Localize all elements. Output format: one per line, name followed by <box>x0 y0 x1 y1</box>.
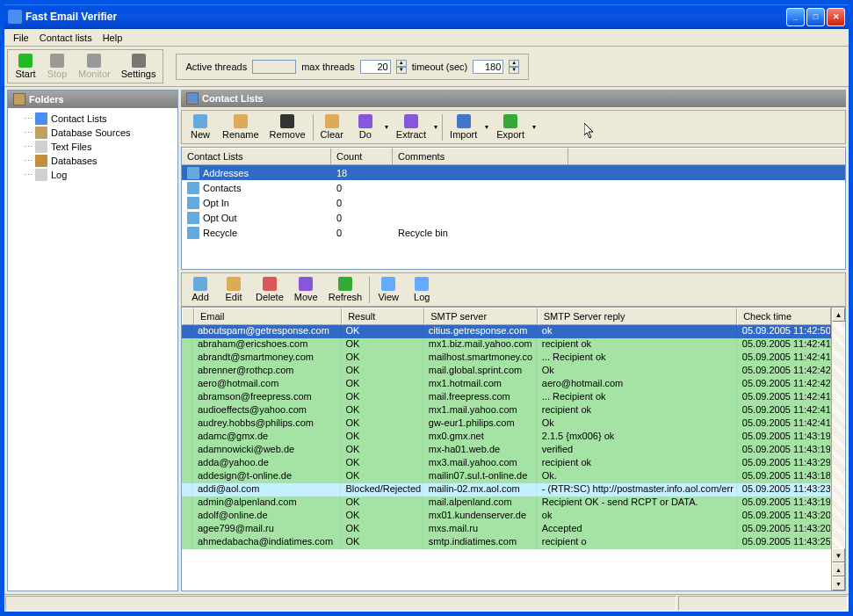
move-button[interactable]: Move <box>289 275 323 304</box>
import-dropdown[interactable]: ▾ <box>482 123 491 131</box>
grid-row[interactable]: addesign@t-online.deOKmailin07.sul.t-onl… <box>182 470 831 483</box>
grid-row[interactable]: adamnowicki@web.deOKmx-ha01.web.de verif… <box>182 444 831 457</box>
settings-button[interactable]: Settings <box>116 52 162 81</box>
scroll-top-button[interactable]: ▲ <box>832 562 845 576</box>
svg-rect-19 <box>187 197 199 209</box>
refresh-icon <box>338 277 352 291</box>
grid-row[interactable]: adda@yahoo.deOKmx3.mail.yahoo.comrecipie… <box>182 457 831 470</box>
minimize-button[interactable]: _ <box>786 8 805 26</box>
list-row[interactable]: Contacts0 <box>182 180 845 195</box>
gcol-smtp-server[interactable]: SMTP server <box>424 308 538 325</box>
grid-row[interactable]: abrandt@smartmoney.comOKmailhost.smartmo… <box>182 351 831 365</box>
grid-row[interactable]: abraham@ericshoes.comOKmx1.biz.mail.yaho… <box>182 338 831 351</box>
refresh-button[interactable]: Refresh <box>323 275 368 304</box>
grid-row[interactable]: abrenner@rothcp.comOKmail.global.sprint.… <box>182 365 831 378</box>
col-comments[interactable]: Comments <box>393 149 568 164</box>
monitor-icon <box>87 54 101 68</box>
folders-tree[interactable]: ⋯Contact Lists⋯Database Sources⋯Text Fil… <box>8 108 177 591</box>
svg-rect-22 <box>193 277 207 291</box>
view-button[interactable]: View <box>372 275 405 304</box>
app-icon <box>8 10 22 24</box>
timeout-up[interactable]: ▲ <box>509 60 519 67</box>
timeout-input[interactable] <box>473 60 503 74</box>
timeout-label: timeout (sec) <box>412 62 468 72</box>
svg-rect-15 <box>457 114 471 128</box>
close-button[interactable]: ✕ <box>827 8 845 26</box>
gcol-smtp-server-reply[interactable]: SMTP Server reply <box>538 308 737 325</box>
grid-row[interactable]: audrey.hobbs@philips.comOKgw-eur1.philip… <box>182 417 831 431</box>
export-button[interactable]: Export <box>491 112 530 141</box>
extract-dropdown[interactable]: ▾ <box>431 123 440 131</box>
start-button[interactable]: Start <box>10 52 41 81</box>
scroll-bottom-button[interactable]: ▼ <box>832 576 845 591</box>
folder-icon <box>13 93 25 105</box>
svg-rect-27 <box>381 277 395 291</box>
gcol-result[interactable]: Result <box>342 308 424 325</box>
max-threads-down[interactable]: ▼ <box>396 67 407 74</box>
list-row[interactable]: Opt Out0 <box>182 210 845 225</box>
svg-rect-4 <box>35 112 47 125</box>
export-dropdown[interactable]: ▾ <box>530 123 539 131</box>
gcol-email[interactable]: Email <box>194 308 342 325</box>
vertical-scrollbar[interactable]: ▲ ▼ ▲ ▼ <box>831 308 845 591</box>
contact-lists-icon <box>35 112 47 125</box>
grid-row[interactable]: aboutspam@getresponse.comOKcitius.getres… <box>182 325 831 338</box>
svg-rect-9 <box>193 114 207 128</box>
max-threads-input[interactable] <box>360 60 391 74</box>
scroll-up-button[interactable]: ▲ <box>832 308 845 322</box>
scroll-track[interactable] <box>832 322 845 548</box>
clear-button[interactable]: Clear <box>315 112 349 141</box>
edit-button[interactable]: Edit <box>217 275 250 304</box>
active-threads-label: Active threads <box>185 62 247 72</box>
extract-button[interactable]: Extract <box>391 112 431 141</box>
remove-button[interactable]: Remove <box>264 112 311 141</box>
svg-rect-5 <box>35 127 47 139</box>
delete-button[interactable]: Delete <box>250 275 289 304</box>
timeout-down[interactable]: ▼ <box>509 67 519 74</box>
scroll-down-button[interactable]: ▼ <box>832 548 845 562</box>
import-button[interactable]: Import <box>445 112 482 141</box>
new-button[interactable]: New <box>184 112 217 141</box>
maximize-button[interactable]: □ <box>806 8 825 26</box>
rename-button[interactable]: Rename <box>217 112 264 141</box>
grid-row[interactable]: admin@alpenland.comOKmail.alpenland.comR… <box>182 496 831 510</box>
col-count[interactable]: Count <box>331 149 393 164</box>
list-row[interactable]: Addresses18 <box>182 165 845 180</box>
titlebar[interactable]: Fast Email Verifier _ □ ✕ <box>4 4 849 29</box>
grid-row[interactable]: addi@aol.comBlocked/Rejectedmailin-02.mx… <box>182 483 831 496</box>
svg-rect-13 <box>358 114 372 128</box>
menu-contact-lists[interactable]: Contact lists <box>34 31 98 45</box>
grid-row[interactable]: adolf@online.deOKmx01.kundenserver.de ok… <box>182 510 831 523</box>
new-icon <box>193 114 207 128</box>
folders-header: Folders <box>8 91 177 108</box>
tree-databases[interactable]: ⋯Databases <box>22 154 174 168</box>
svg-rect-3 <box>132 54 146 68</box>
do-dropdown[interactable]: ▾ <box>382 123 391 131</box>
active-threads-value <box>252 60 296 74</box>
col-contact-lists[interactable]: Contact Lists <box>182 149 331 164</box>
grid-row[interactable]: abramson@freepress.comOKmail.freepress.c… <box>182 391 831 404</box>
grid-row[interactable]: aero@hotmail.comOKmx1.hotmail.comaero@ho… <box>182 378 831 391</box>
tree-log[interactable]: ⋯Log <box>22 168 174 182</box>
log-button[interactable]: Log <box>405 275 438 304</box>
databases-icon <box>35 155 47 167</box>
gcol-check-time[interactable]: Check time <box>737 308 831 325</box>
menu-help[interactable]: Help <box>98 31 128 45</box>
tree-contact-lists[interactable]: ⋯Contact Lists <box>22 112 174 126</box>
remove-icon <box>280 114 294 128</box>
tree-text-files[interactable]: ⋯Text Files <box>22 140 174 154</box>
max-threads-up[interactable]: ▲ <box>396 60 407 67</box>
grid-row[interactable]: ahmedabacha@indiatimes.comOKsmtp.indiati… <box>182 536 831 549</box>
import-icon <box>457 114 471 128</box>
svg-rect-21 <box>187 227 199 239</box>
tree-database-sources[interactable]: ⋯Database Sources <box>22 126 174 140</box>
grid-row[interactable]: adamc@gmx.deOKmx0.gmx.net2.1.5 {mx006} o… <box>182 431 831 444</box>
add-button[interactable]: Add <box>184 275 217 304</box>
grid-row[interactable]: audioeffects@yahoo.comOKmx1.mail.yahoo.c… <box>182 404 831 417</box>
grid-row[interactable]: agee799@mail.ruOKmxs.mail.ruAccepted05.0… <box>182 523 831 536</box>
do-button[interactable]: Do <box>349 112 382 141</box>
svg-rect-16 <box>503 114 517 128</box>
list-row[interactable]: Opt In0 <box>182 195 845 210</box>
menu-file[interactable]: File <box>8 31 34 45</box>
list-row[interactable]: Recycle0Recycle bin <box>182 225 845 240</box>
